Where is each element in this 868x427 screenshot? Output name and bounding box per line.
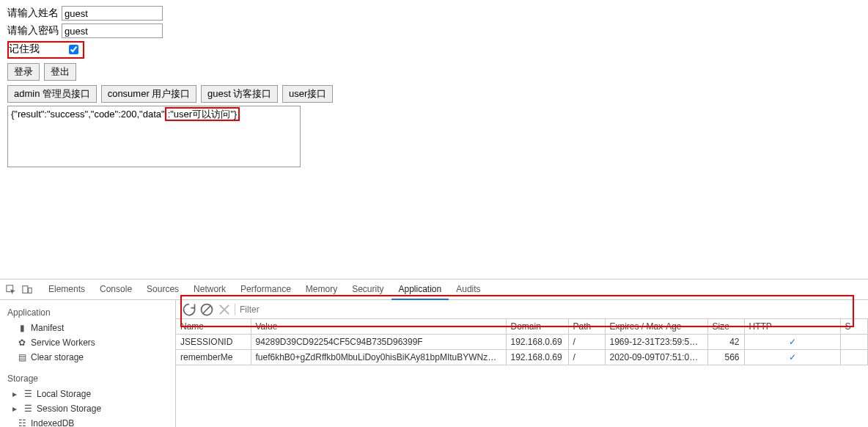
gear-icon: ✿ [18,337,26,348]
tab-security[interactable]: Security [345,280,391,300]
cookies-pane: Name Value Domain Path Expires / Max-Age… [176,300,868,427]
col-expires[interactable]: Expires / Max-Age [605,319,707,335]
col-name[interactable]: Name [176,319,251,335]
document-icon: ▮ [18,323,26,333]
table-header: Name Value Domain Path Expires / Max-Age… [176,319,868,335]
remember-highlight: 记住我 [7,41,84,59]
app-sidebar: Application ▮Manifest ✿Service Workers ▤… [0,300,176,427]
sidebar-item-local-storage[interactable]: ▸☰Local Storage [0,387,175,401]
table-row[interactable]: rememberMe fuef6khB0+gZdRffkb0MbuLiDoy0h… [176,350,868,365]
clear-icon[interactable] [199,302,214,317]
col-path[interactable]: Path [568,319,605,335]
device-icon[interactable] [19,282,35,298]
col-value[interactable]: Value [251,319,506,335]
sidebar-item-session-storage[interactable]: ▸☰Session Storage [0,401,175,416]
password-input[interactable] [62,23,163,38]
cookies-toolbar [176,300,868,319]
result-highlight: :"user可以访问"} [165,107,240,121]
refresh-icon[interactable] [182,302,196,317]
result-text: {"result":"success","code":200,"data" [11,109,165,120]
delete-icon[interactable] [217,302,232,317]
sidebar-group-storage: Storage [0,371,175,387]
svg-line-4 [203,306,210,313]
sidebar-group-application: Application [0,304,175,321]
tab-elements[interactable]: Elements [41,280,92,300]
result-box: {"result":"success","code":200,"data":"u… [7,106,301,167]
col-size[interactable]: Size [707,319,744,335]
storage-icon: ☰ [23,389,32,399]
sidebar-item-clear-storage[interactable]: ▤Clear storage [0,350,175,365]
devtools-panel: Elements Console Sources Network Perform… [0,279,868,427]
devtools-header: Elements Console Sources Network Perform… [0,280,868,300]
database-icon: ☷ [18,418,26,427]
logout-button[interactable]: 登出 [44,63,76,81]
tab-sources[interactable]: Sources [139,280,186,300]
col-secure[interactable]: S [840,319,868,335]
password-label: 请输入密码 [7,24,59,37]
tab-network[interactable]: Network [186,280,233,300]
tab-application[interactable]: Application [391,280,449,300]
sidebar-item-service-workers[interactable]: ✿Service Workers [0,335,175,350]
table-row[interactable]: JSESSIONID 94289D39CD92254CF5C94B735D963… [176,335,868,350]
col-domain[interactable]: Domain [506,319,568,335]
sidebar-item-manifest[interactable]: ▮Manifest [0,321,175,335]
remember-label: 记住我 [9,43,40,56]
chevron-right-icon: ▸ [10,389,19,399]
guest-button[interactable]: guest 访客接口 [201,85,278,103]
tab-memory[interactable]: Memory [298,280,345,300]
cookies-table: Name Value Domain Path Expires / Max-Age… [176,319,868,427]
chevron-right-icon: ▸ [10,404,19,414]
inspect-icon[interactable] [3,282,19,298]
tab-audits[interactable]: Audits [449,280,488,300]
remember-checkbox[interactable] [69,45,78,54]
login-button[interactable]: 登录 [7,63,40,81]
web-form: 请输入姓名 请输入密码 记住我 登录 登出 admin 管理员接口 consum… [0,0,868,170]
col-http[interactable]: HTTP [744,319,840,335]
role-buttons: admin 管理员接口 consumer 用户接口 guest 访客接口 use… [7,85,861,103]
svg-rect-2 [29,288,32,293]
admin-button[interactable]: admin 管理员接口 [7,85,97,103]
storage-icon: ☰ [23,404,32,414]
consumer-button[interactable]: consumer 用户接口 [101,85,197,103]
tab-performance[interactable]: Performance [233,280,298,300]
filter-input[interactable] [238,303,868,316]
database-icon: ▤ [18,352,26,362]
auth-buttons: 登录 登出 [7,63,861,81]
svg-rect-1 [23,285,28,293]
username-label: 请输入姓名 [7,7,59,20]
username-input[interactable] [62,6,163,21]
tab-console[interactable]: Console [92,280,139,300]
sidebar-item-indexeddb[interactable]: ☷IndexedDB [0,416,175,427]
devtools-tabs: Elements Console Sources Network Perform… [41,280,488,300]
user-button[interactable]: user接口 [282,85,333,103]
